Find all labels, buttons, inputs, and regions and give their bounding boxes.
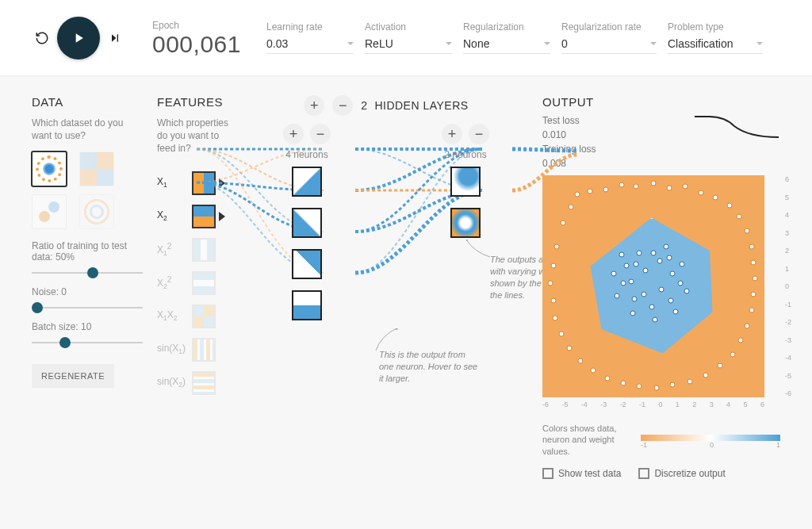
problem-type-select[interactable]: Classification [668,34,763,54]
svg-point-54 [632,297,637,301]
svg-point-17 [605,376,610,381]
svg-point-3 [575,192,580,197]
svg-point-14 [703,373,708,378]
svg-point-29 [749,244,754,249]
svg-point-25 [651,181,656,186]
regenerate-button[interactable]: REGENERATE [32,364,114,388]
svg-point-15 [670,382,675,387]
svg-point-36 [621,381,626,385]
loss-chart [693,113,780,140]
svg-point-7 [699,190,703,195]
learning-rate-select[interactable]: 0.03 [266,34,354,54]
discretize-output-checkbox[interactable]: Discretize output [638,468,725,479]
activation-select[interactable]: ReLU [365,34,452,54]
svg-point-20 [551,298,556,303]
neuron[interactable] [450,167,481,197]
add-layer-button[interactable]: + [304,95,324,116]
svg-point-59 [680,262,684,266]
svg-point-9 [745,228,749,233]
play-button[interactable] [57,17,100,59]
output-panel: OUTPUT Test loss 0.010 Training loss 0.0… [542,95,780,479]
epoch-display: Epoch 000,061 [152,20,255,56]
remove-neuron-button[interactable]: − [310,124,331,144]
svg-point-62 [653,317,657,322]
neuron[interactable] [292,167,322,197]
neuron[interactable] [292,208,322,238]
svg-point-63 [630,311,635,316]
svg-point-30 [753,276,757,281]
svg-point-64 [615,293,619,298]
svg-point-12 [745,324,749,328]
feature-sinx1[interactable] [192,338,216,362]
features-panel: FEATURES Which properties do you want to… [157,95,230,479]
svg-point-8 [727,203,732,208]
svg-point-39 [553,316,557,320]
svg-point-50 [667,255,672,260]
add-neuron-button[interactable]: + [283,124,304,144]
svg-point-38 [567,346,572,351]
network-panel: + − 2 HIDDEN LAYERS [244,95,528,479]
regularization-select[interactable]: None [463,34,550,54]
svg-point-58 [664,244,668,249]
ratio-slider[interactable] [32,266,143,280]
svg-point-6 [667,186,672,190]
svg-point-2 [561,220,565,225]
svg-point-32 [738,338,743,343]
data-title: DATA [32,95,143,109]
neuron[interactable] [292,249,322,279]
svg-point-35 [654,385,659,390]
svg-point-19 [559,332,564,336]
remove-neuron-button[interactable]: − [469,124,489,144]
color-legend: -101 [641,435,780,444]
feature-x1[interactable] [192,171,216,195]
svg-point-43 [657,259,662,263]
feature-x1x2[interactable] [192,305,216,328]
svg-point-60 [684,289,689,293]
batch-slider[interactable] [32,335,143,350]
wedge-icon [219,178,225,188]
svg-point-46 [642,292,646,297]
remove-layer-button[interactable]: − [332,95,353,116]
svg-point-55 [621,281,626,286]
regularization-rate-select[interactable]: 0 [561,34,657,54]
svg-point-24 [619,182,624,187]
svg-point-34 [688,379,692,384]
svg-point-37 [591,368,596,373]
noise-slider[interactable] [32,301,143,315]
reset-button[interactable] [32,28,52,48]
svg-point-44 [670,271,675,276]
dataset-xor[interactable] [79,151,114,186]
feature-x2sq[interactable] [192,271,216,295]
dataset-gauss[interactable] [32,194,67,229]
svg-point-11 [751,292,756,297]
svg-point-45 [659,287,664,292]
svg-point-40 [548,281,553,286]
svg-point-51 [678,281,683,286]
svg-point-10 [751,260,756,265]
show-test-data-checkbox[interactable]: Show test data [542,468,621,479]
neuron[interactable] [450,208,481,238]
wedge-icon [219,212,225,221]
data-panel: DATA Which dataset do you want to use? R… [32,95,143,479]
svg-point-57 [637,251,642,255]
callout-neuron: This is the output from one neuron. Hove… [379,350,477,383]
feature-x1sq[interactable] [192,238,216,262]
add-neuron-button[interactable]: + [442,124,462,144]
svg-point-31 [749,308,754,312]
svg-point-4 [603,187,608,192]
dataset-circle[interactable] [32,151,67,186]
step-button[interactable] [105,28,125,48]
feature-sinx2[interactable] [192,371,216,395]
dataset-spiral[interactable] [79,194,114,229]
y-axis: 6543210-1-2-3-4-5-6 [785,175,791,397]
output-plot[interactable] [542,175,764,397]
hidden-layer-1: +− 4 neurons [283,124,331,332]
svg-point-66 [619,252,624,257]
svg-point-13 [730,352,735,357]
feature-x2[interactable] [192,205,216,228]
neuron[interactable] [292,290,322,320]
timeline-controls [32,17,125,59]
svg-point-16 [637,384,642,389]
svg-point-53 [649,305,654,309]
svg-point-18 [578,358,583,363]
